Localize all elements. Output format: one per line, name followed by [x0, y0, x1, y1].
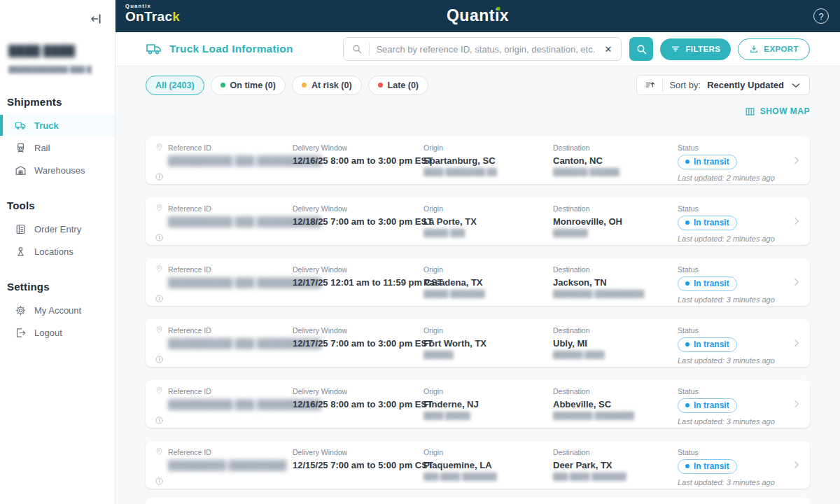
delivery-window-value: 12/17/25 12:01 am to 11:59 pm CST [293, 277, 443, 288]
status-filter-row: All (2403) On time (0) At risk (0) Late … [146, 75, 810, 95]
delivery-window-value: 12/16/25 8:00 am to 3:00 pm EST [293, 155, 433, 166]
origin-value: Fort Worth, TX [424, 338, 486, 349]
ontrack-logo-quantix-text: Quantix [125, 4, 180, 9]
last-updated: Last updated: 3 minutes ago [678, 295, 775, 304]
destination-value: Canton, NC [553, 155, 620, 166]
locations-icon [15, 246, 27, 258]
origin-column: Origin Finderne, NJ ████ █████ [424, 387, 479, 419]
last-updated: Last updated: 3 minutes ago [678, 356, 775, 365]
info-icon[interactable] [155, 232, 164, 241]
shipment-card[interactable]: Reference ID ██████████ ███ ██████████ D… [146, 136, 810, 184]
destination-column: Destination Canton, NC ███████ ██████ [553, 144, 620, 176]
shipment-card[interactable]: Reference ID ██████████ ███ ██████████ D… [146, 319, 810, 367]
destination-column: Destination Ubly, MI ██████ ████ [553, 326, 605, 358]
sidebar-nav: Shipments Truck Rail Warehouses Tools [0, 96, 115, 344]
destination-address-blurred: ██████ ████ [553, 351, 605, 358]
origin-value: Plaquemine, LA [424, 460, 497, 470]
export-button[interactable]: EXPORT [738, 38, 810, 60]
map-row: SHOW MAP [146, 105, 810, 118]
shipment-card[interactable]: Reference ID ██████████ ███ ██████████ D… [146, 197, 810, 245]
search-input[interactable] [376, 44, 596, 55]
user-email-blurred: ████████████ ███ █ [8, 66, 106, 74]
section-title-settings: Settings [0, 281, 115, 293]
sidebar-item-label: Order Entry [34, 224, 81, 234]
gear-icon [15, 304, 27, 316]
filters-button[interactable]: FILTERS [660, 38, 731, 60]
user-info: ████ ████ ████████████ ███ █ [8, 45, 106, 74]
sidebar-item-label: Locations [34, 246, 74, 257]
destination-address-blurred: ████████ ████████ [553, 412, 634, 419]
info-icon[interactable] [155, 293, 164, 302]
shipment-card[interactable]: Reference ID ██████████ ███ ██████████ D… [146, 380, 810, 428]
info-icon[interactable] [155, 476, 164, 485]
sort-value: Recently Updated [707, 80, 784, 90]
sidebar-item-order-entry[interactable]: Order Entry [0, 218, 115, 240]
filter-chip-on-time[interactable]: On time (0) [211, 76, 286, 95]
origin-address-blurred: ██████ [424, 351, 486, 358]
search-icon [636, 43, 648, 55]
sidebar-item-rail[interactable]: Rail [0, 136, 115, 159]
destination-column: Destination Abbeville, SC ████████ █████… [553, 387, 634, 419]
sidebar: ████ ████ ████████████ ███ █ Shipments T… [0, 0, 115, 504]
info-icon[interactable] [155, 415, 164, 424]
app-root: ████ ████ ████████████ ███ █ Shipments T… [0, 0, 840, 504]
filter-chip-all[interactable]: All (2403) [146, 76, 204, 95]
filter-icon [671, 44, 680, 54]
chevron-right-icon[interactable] [791, 398, 802, 410]
sort-icon [645, 80, 656, 91]
clear-search-icon[interactable]: ✕ [603, 44, 614, 55]
sidebar-item-truck[interactable]: Truck [0, 114, 115, 136]
section-title-tools: Tools [0, 200, 115, 211]
info-icon[interactable] [155, 354, 164, 363]
shipment-card[interactable]: Reference ID █████████ █████████ Deliver… [146, 441, 810, 489]
sidebar-item-my-account[interactable]: My Account [0, 299, 115, 321]
delivery-window-column: Delivery Window 12/16/25 8:00 am to 3:00… [293, 144, 433, 166]
blue-dot-icon [685, 403, 690, 407]
sidebar-item-warehouses[interactable]: Warehouses [0, 159, 115, 181]
chevron-right-icon[interactable] [791, 276, 802, 288]
origin-column: Origin Plaquemine, LA ███ ████ ███████ [424, 448, 497, 480]
origin-value: Pasadena, TX [424, 277, 485, 288]
last-updated: Last updated: 2 minutes ago [678, 174, 775, 182]
sidebar-item-logout[interactable]: Logout [0, 321, 115, 344]
chevron-right-icon[interactable] [791, 459, 802, 470]
status-column: Status In transit Last updated: 3 minute… [678, 448, 775, 486]
search-button[interactable] [629, 37, 653, 61]
show-map-link[interactable]: SHOW MAP [745, 105, 810, 118]
map-pin-icon [155, 324, 164, 333]
map-pin-icon [155, 202, 164, 211]
destination-address-blurred: ███████ [553, 229, 622, 237]
delivery-window-column: Delivery Window 12/16/25 8:00 am to 3:00… [293, 387, 433, 410]
toolbar: Truck Load Information ✕ FILTERS [115, 32, 840, 66]
sidebar-item-label: Warehouses [34, 165, 85, 176]
chevron-right-icon[interactable] [791, 216, 802, 227]
shipment-card-partial[interactable] [146, 498, 810, 504]
main-column: Quantix OnTrack Quantix ? Truck Load Inf… [115, 0, 840, 504]
sidebar-item-locations[interactable]: Locations [0, 240, 115, 262]
status-column: Status In transit Last updated: 2 minute… [678, 144, 775, 182]
sidebar-item-label: Rail [34, 143, 50, 153]
origin-column: Origin La Porte, TX █████ ███ [424, 204, 477, 237]
shipment-card[interactable]: Reference ID ██████████ ███ ██████████ D… [146, 258, 810, 306]
logout-icon [15, 327, 27, 339]
chevron-right-icon[interactable] [791, 155, 802, 166]
reference-column: Reference ID █████████ █████████ [168, 448, 286, 470]
sort-divider [662, 79, 663, 92]
delivery-window-column: Delivery Window 12/15/25 7:00 am to 5:00… [293, 448, 433, 470]
chevron-right-icon[interactable] [791, 337, 802, 349]
help-icon[interactable]: ? [813, 8, 829, 24]
red-dot-icon [378, 83, 383, 88]
info-icon[interactable] [155, 172, 164, 181]
filter-chip-late[interactable]: Late (0) [368, 76, 428, 95]
last-updated: Last updated: 2 minutes ago [678, 234, 775, 243]
collapse-sidebar-icon[interactable] [90, 12, 104, 26]
filter-chip-at-risk[interactable]: At risk (0) [292, 76, 362, 95]
last-updated: Last updated: 3 minutes ago [678, 417, 775, 426]
sort-dropdown[interactable]: Sort by: Recently Updated [636, 75, 810, 95]
delivery-window-column: Delivery Window 12/17/25 12:01 am to 11:… [293, 265, 443, 288]
map-pin-icon [155, 446, 164, 455]
map-icon [745, 106, 755, 117]
blue-dot-icon [685, 281, 690, 286]
status-badge: In transit [678, 276, 737, 291]
map-pin-icon [155, 385, 164, 394]
